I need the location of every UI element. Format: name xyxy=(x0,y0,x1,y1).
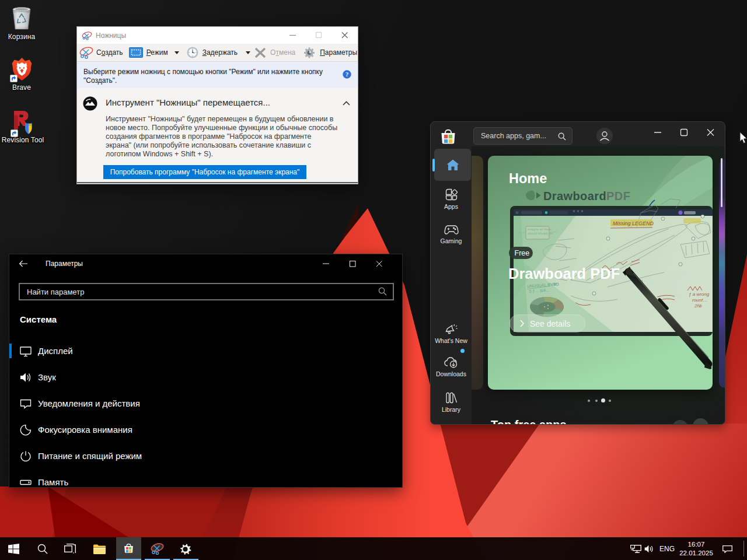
svg-text:DrawboardPDF: DrawboardPDF xyxy=(543,190,630,202)
svg-text:Home: Home xyxy=(509,171,547,186)
svg-text:Drawboard PDF: Drawboard PDF xyxy=(508,265,620,282)
svg-text:Free: Free xyxy=(515,249,530,257)
svg-text:See details: See details xyxy=(530,319,570,328)
svg-text:?: ? xyxy=(345,71,348,78)
